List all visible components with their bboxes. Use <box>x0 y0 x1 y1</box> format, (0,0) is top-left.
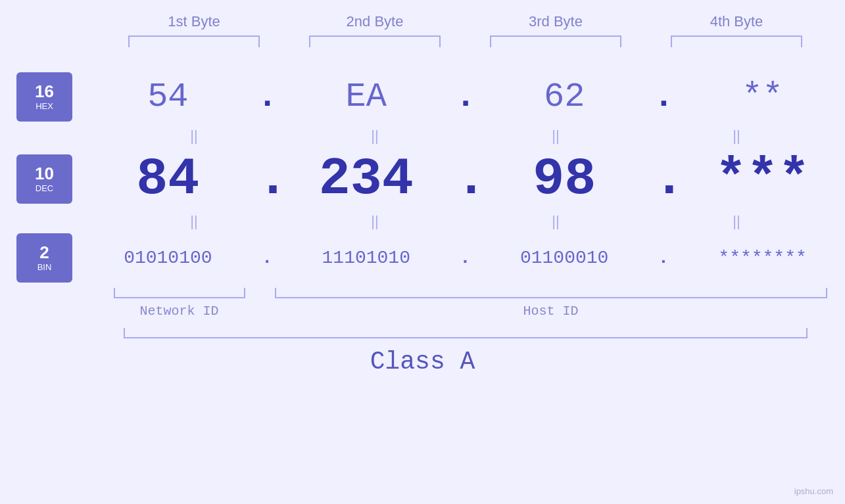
bin-b1: 01010100 <box>92 248 243 268</box>
hex-dot2: . <box>455 78 475 116</box>
hex-base-label: 16 HEX <box>16 72 72 122</box>
byte3-header: 3rd Byte <box>477 13 635 30</box>
hex-b3: 62 <box>489 78 640 116</box>
bin-b3: 01100010 <box>489 248 640 268</box>
eq1-b3: || <box>480 127 631 145</box>
eq1-b1: || <box>118 127 270 145</box>
eq1-b4: || <box>661 127 812 145</box>
equals-row-1: || || || || <box>104 126 827 146</box>
bin-b4: ******** <box>687 248 838 268</box>
hex-base-number: 16 <box>35 83 54 100</box>
hex-b2: EA <box>291 78 442 116</box>
bin-base-name: BIN <box>37 262 52 272</box>
bin-dot3: . <box>654 248 673 268</box>
network-host-brackets: Network ID Host ID <box>104 288 827 319</box>
dec-dot2: . <box>455 149 475 209</box>
bracket-byte4 <box>671 35 802 47</box>
dec-dot1: . <box>257 149 277 209</box>
full-bottom-bracket-container <box>124 328 808 338</box>
byte-headers: 1st Byte 2nd Byte 3rd Byte 4th Byte <box>104 13 827 30</box>
class-label: Class A <box>370 348 475 376</box>
top-brackets <box>104 35 827 47</box>
bin-b2: 11101010 <box>291 248 442 268</box>
host-id-section: Host ID <box>275 288 827 319</box>
hex-values: 54 . EA . 62 . ** <box>85 78 845 116</box>
hex-dot3: . <box>654 78 673 116</box>
hex-base-name: HEX <box>36 101 53 111</box>
host-bracket-bottom <box>275 288 827 298</box>
network-id-section: Network ID <box>104 288 255 319</box>
dec-b3: 98 <box>489 149 640 209</box>
dec-b1: 84 <box>92 149 243 209</box>
dec-base-label: 10 DEC <box>16 154 72 204</box>
main-container: 1st Byte 2nd Byte 3rd Byte 4th Byte 16 H… <box>0 0 845 504</box>
network-bracket-bottom <box>114 288 245 298</box>
bin-label-cell: 2 BIN <box>0 233 85 283</box>
full-bottom-bracket <box>124 328 808 338</box>
host-id-label: Host ID <box>523 304 578 319</box>
bin-values: 01010100 . 11101010 . 01100010 . *******… <box>85 248 845 268</box>
eq2-b2: || <box>299 213 450 230</box>
dec-b2: 234 <box>291 149 442 209</box>
watermark: ipshu.com <box>794 486 833 496</box>
byte1-header: 1st Byte <box>115 13 273 30</box>
dec-base-name: DEC <box>36 183 53 193</box>
network-id-label: Network ID <box>139 304 218 319</box>
bin-base-label: 2 BIN <box>16 233 72 283</box>
hex-b1: 54 <box>92 78 243 116</box>
hex-b4: ** <box>687 78 838 116</box>
hex-dot1: . <box>257 78 277 116</box>
bracket-byte1 <box>128 35 260 47</box>
bin-base-number: 2 <box>39 244 49 261</box>
eq2-b1: || <box>118 213 270 230</box>
eq2-b4: || <box>661 213 812 230</box>
byte2-header: 2nd Byte <box>296 13 454 30</box>
bin-dot1: . <box>257 248 277 268</box>
bin-dot2: . <box>455 248 475 268</box>
dec-base-number: 10 <box>35 165 54 182</box>
dec-dot3: . <box>654 149 673 209</box>
bracket-byte2 <box>309 35 441 47</box>
eq1-b2: || <box>299 127 450 145</box>
equals-row-2: || || || || <box>104 212 827 231</box>
dec-values: 84 . 234 . 98 . *** <box>85 149 845 209</box>
byte4-header: 4th Byte <box>658 13 815 30</box>
bracket-byte3 <box>490 35 621 47</box>
eq2-b3: || <box>480 213 631 230</box>
hex-label-cell: 16 HEX <box>0 72 85 122</box>
dec-b4: *** <box>687 149 838 209</box>
dec-label-cell: 10 DEC <box>0 154 85 204</box>
